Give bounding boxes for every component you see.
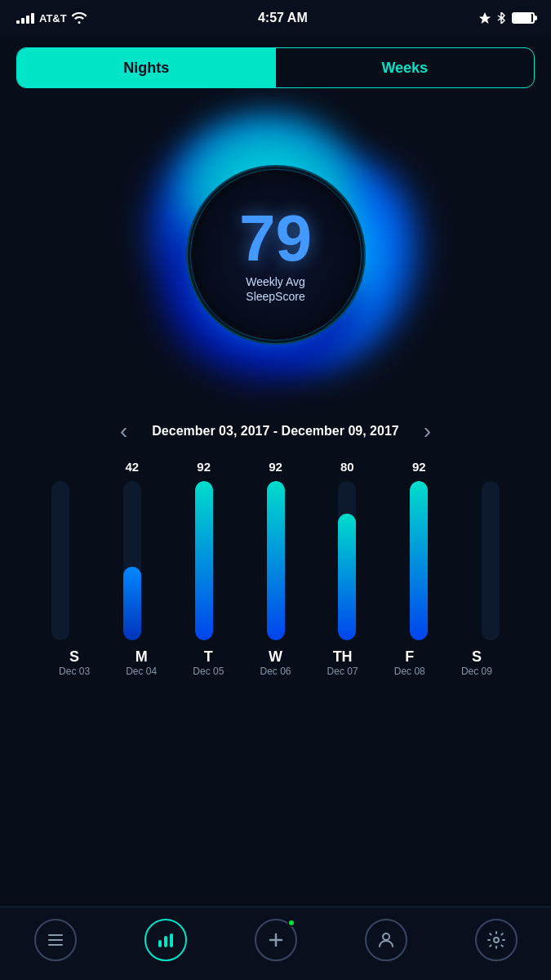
battery-icon [512, 12, 535, 24]
day-date-6: Dec 09 [461, 666, 492, 677]
prev-arrow[interactable]: ‹ [112, 418, 136, 444]
signal-bar-3 [26, 16, 29, 24]
day-date-1: Dec 04 [126, 666, 157, 677]
gear-icon [487, 930, 506, 950]
day-label-5: FDec 08 [376, 648, 443, 677]
day-date-4: Dec 07 [327, 666, 358, 677]
bar-value-1: 42 [125, 460, 139, 476]
bar-column-1[interactable]: 42 [96, 460, 168, 640]
svg-rect-3 [158, 940, 162, 947]
svg-rect-5 [170, 933, 173, 947]
day-date-2: Dec 05 [193, 666, 224, 677]
date-navigation: ‹ December 03, 2017 - December 09, 2017 … [0, 418, 551, 444]
signal-bar-1 [16, 20, 20, 24]
status-right [479, 12, 535, 24]
bar-wrapper-2 [195, 481, 213, 640]
svg-point-8 [383, 933, 389, 940]
day-label-6: SDec 09 [443, 648, 510, 677]
profile-nav-icon[interactable] [365, 919, 407, 961]
day-date-0: Dec 03 [59, 666, 90, 677]
day-abbr-0: S [69, 648, 79, 666]
bar-value-4: 80 [340, 460, 354, 476]
status-bar: AT&T 4:57 AM [0, 0, 551, 36]
bar-fill-2 [195, 481, 213, 640]
day-label-3: WDec 06 [242, 648, 309, 677]
settings-nav-icon[interactable] [475, 919, 518, 961]
bar-fill-1 [123, 567, 141, 640]
bar-column-0[interactable] [24, 460, 96, 640]
wifi-icon [72, 12, 87, 24]
svg-rect-1 [48, 939, 63, 941]
bar-fill-3 [267, 481, 285, 640]
day-label-0: SDec 03 [41, 648, 108, 677]
status-left: AT&T [16, 12, 87, 24]
bar-column-4[interactable]: 80 [311, 460, 383, 640]
signal-bar-4 [31, 13, 34, 24]
day-date-5: Dec 08 [394, 666, 425, 677]
bar-value-2: 92 [197, 460, 211, 476]
nav-item-add[interactable] [255, 919, 297, 961]
bar-column-3[interactable]: 92 [240, 460, 312, 640]
bar-wrapper-6 [482, 481, 500, 640]
svg-rect-2 [48, 944, 63, 946]
signal-bar-2 [21, 18, 24, 24]
bottom-navigation [0, 906, 551, 980]
day-label-2: TDec 05 [175, 648, 242, 677]
bar-column-6[interactable] [455, 460, 527, 640]
tab-weeks[interactable]: Weeks [276, 48, 535, 87]
bar-wrapper-1 [123, 481, 141, 640]
bar-value-3: 92 [269, 460, 282, 476]
add-dot-badge [287, 919, 295, 927]
day-abbr-6: S [472, 648, 482, 666]
bar-wrapper-0 [51, 481, 69, 640]
carrier-label: AT&T [39, 12, 67, 24]
tab-selector[interactable]: Nights Weeks [16, 47, 535, 88]
tab-nights[interactable]: Nights [17, 48, 276, 87]
next-arrow[interactable]: › [415, 418, 439, 444]
score-circle: 79 Weekly AvgSleepScore [186, 165, 366, 345]
bar-wrapper-3 [267, 481, 285, 640]
plus-icon [266, 930, 286, 950]
day-labels: SDec 03MDec 04TDec 05WDec 06THDec 07FDec… [16, 640, 535, 677]
day-abbr-4: TH [333, 648, 353, 666]
nav-item-settings[interactable] [475, 919, 518, 961]
svg-rect-0 [48, 934, 63, 936]
bar-chart: 4292928092 SDec 03MDec 04TDec 05WDec 06T… [0, 461, 551, 689]
bar-value-5: 92 [412, 460, 426, 476]
bar-column-5[interactable]: 92 [383, 460, 455, 640]
nav-item-chart[interactable] [144, 919, 187, 961]
svg-rect-4 [164, 936, 167, 947]
list-nav-icon[interactable] [34, 919, 77, 961]
day-label-1: MDec 04 [108, 648, 175, 677]
location-icon [479, 12, 491, 24]
chart-bars: 4292928092 [16, 461, 535, 640]
day-abbr-3: W [269, 648, 282, 666]
signal-bars [16, 13, 34, 24]
day-label-4: THDec 07 [309, 648, 376, 677]
list-icon [46, 930, 65, 950]
bar-chart-icon [156, 930, 176, 950]
bluetooth-icon [495, 12, 507, 24]
bar-column-2[interactable]: 92 [168, 460, 240, 640]
svg-point-9 [494, 938, 499, 942]
profile-icon [376, 930, 396, 950]
day-abbr-5: F [405, 648, 414, 666]
nav-item-list[interactable] [34, 919, 77, 961]
bar-wrapper-5 [410, 481, 428, 640]
day-date-3: Dec 06 [260, 666, 291, 677]
score-ring [190, 169, 362, 341]
bar-wrapper-4 [338, 481, 356, 640]
day-abbr-2: T [204, 648, 213, 666]
chart-nav-icon[interactable] [144, 919, 187, 961]
score-section: 79 Weekly AvgSleepScore [0, 100, 551, 410]
status-time: 4:57 AM [258, 11, 308, 25]
nav-item-profile[interactable] [365, 919, 407, 961]
bar-fill-4 [338, 514, 356, 640]
day-abbr-1: M [136, 648, 148, 666]
bar-fill-5 [410, 481, 428, 640]
date-range-label: December 03, 2017 - December 09, 2017 [152, 424, 398, 439]
